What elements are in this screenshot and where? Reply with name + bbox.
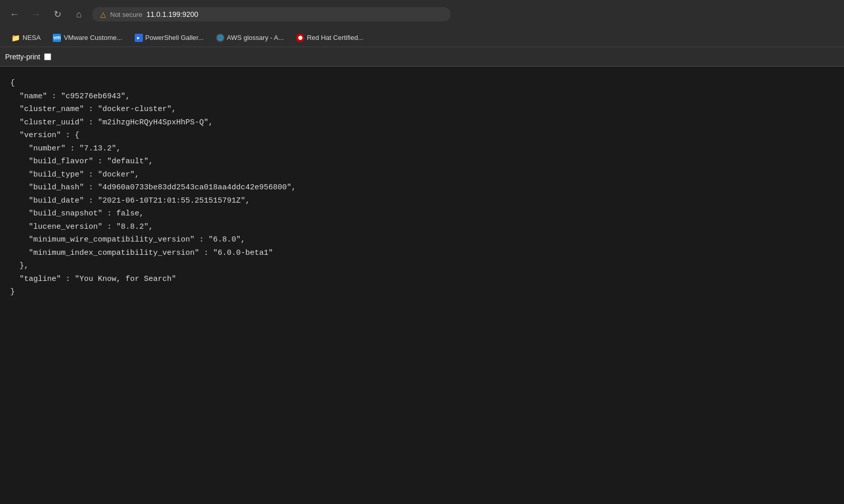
pretty-print-label: Pretty-print bbox=[5, 53, 40, 61]
bookmarks-bar: 📁 NESA vm VMware Custome... ► PowerShell… bbox=[0, 29, 844, 47]
powershell-icon: ► bbox=[135, 34, 143, 42]
bookmark-vmware[interactable]: vm VMware Custome... bbox=[48, 32, 127, 43]
pretty-print-bar: Pretty-print bbox=[0, 47, 844, 67]
vmware-icon: vm bbox=[53, 34, 61, 42]
home-button[interactable]: ⌂ bbox=[71, 6, 87, 23]
nav-bar: ← → ↻ ⌂ △ Not secure 11.0.1.199:9200 bbox=[0, 0, 844, 29]
folder-icon: 📁 bbox=[11, 34, 20, 42]
globe-icon: 🌐 bbox=[216, 34, 224, 42]
bookmark-powershell[interactable]: ► PowerShell Galler... bbox=[130, 32, 209, 43]
bookmark-nesa-label: NESA bbox=[23, 34, 40, 41]
bookmark-redhat-label: Red Hat Certified... bbox=[307, 34, 364, 41]
reload-button[interactable]: ↻ bbox=[49, 6, 66, 23]
not-secure-label: Not secure bbox=[110, 11, 142, 18]
bookmark-aws[interactable]: 🌐 AWS glossary - A... bbox=[211, 32, 289, 43]
address-bar[interactable]: △ Not secure 11.0.1.199:9200 bbox=[92, 7, 451, 21]
json-content-area: { "name" : "c95276eb6943", "cluster_name… bbox=[0, 67, 844, 504]
bookmark-nesa[interactable]: 📁 NESA bbox=[6, 32, 46, 43]
browser-chrome: ← → ↻ ⌂ △ Not secure 11.0.1.199:9200 📁 N… bbox=[0, 0, 844, 67]
back-button[interactable]: ← bbox=[6, 6, 23, 23]
redhat-icon: ⬤ bbox=[296, 34, 304, 42]
bookmark-vmware-label: VMware Custome... bbox=[64, 34, 122, 41]
bookmark-aws-label: AWS glossary - A... bbox=[227, 34, 284, 41]
pretty-print-checkbox[interactable] bbox=[44, 53, 51, 60]
url-text: 11.0.1.199:9200 bbox=[146, 10, 198, 18]
forward-button[interactable]: → bbox=[28, 6, 44, 23]
bookmark-powershell-label: PowerShell Galler... bbox=[145, 34, 204, 41]
bookmark-redhat[interactable]: ⬤ Red Hat Certified... bbox=[291, 32, 369, 43]
security-warning-icon: △ bbox=[100, 10, 106, 18]
